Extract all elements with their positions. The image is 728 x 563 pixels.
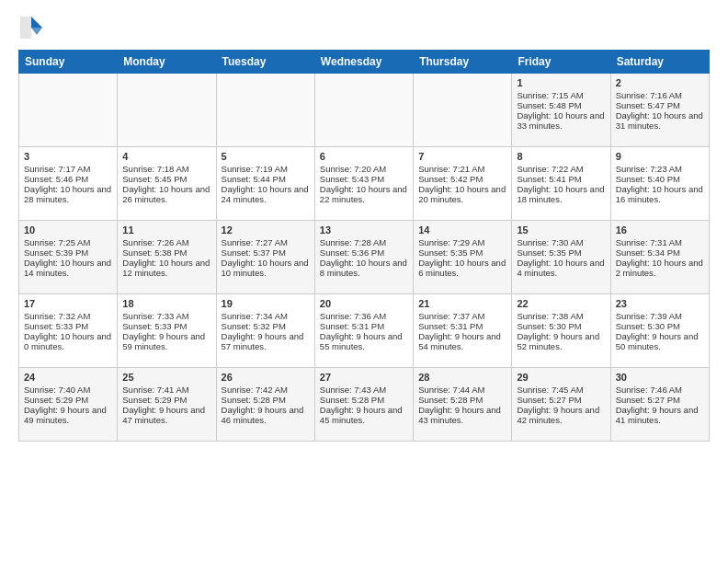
day-info: Sunrise: 7:27 AM xyxy=(222,237,310,247)
calendar-cell: 28Sunrise: 7:44 AMSunset: 5:28 PMDayligh… xyxy=(414,368,512,442)
weekday-header: Monday xyxy=(118,51,216,74)
day-number: 17 xyxy=(24,298,112,309)
day-number: 10 xyxy=(24,224,112,236)
day-info: Sunset: 5:33 PM xyxy=(24,321,112,331)
calendar-cell: 12Sunrise: 7:27 AMSunset: 5:37 PMDayligh… xyxy=(216,221,314,294)
day-info: Sunrise: 7:33 AM xyxy=(122,311,210,321)
day-number: 2 xyxy=(616,77,704,88)
day-info: Daylight: 9 hours and 45 minutes. xyxy=(320,405,408,425)
day-info: Sunset: 5:27 PM xyxy=(517,395,605,405)
day-info: Daylight: 10 hours and 28 minutes. xyxy=(24,184,112,204)
day-info: Daylight: 9 hours and 54 minutes. xyxy=(418,331,506,351)
day-info: Sunrise: 7:44 AM xyxy=(418,385,506,395)
day-number: 16 xyxy=(616,224,704,236)
day-info: Sunrise: 7:31 AM xyxy=(616,237,704,247)
day-info: Sunset: 5:46 PM xyxy=(24,174,112,184)
calendar-cell: 10Sunrise: 7:25 AMSunset: 5:39 PMDayligh… xyxy=(19,221,118,294)
weekday-header: Saturday xyxy=(610,51,709,74)
day-number: 18 xyxy=(122,298,210,309)
day-number: 30 xyxy=(616,372,704,383)
calendar-cell: 17Sunrise: 7:32 AMSunset: 5:33 PMDayligh… xyxy=(19,294,118,368)
day-info: Daylight: 10 hours and 18 minutes. xyxy=(517,184,605,204)
day-info: Sunset: 5:35 PM xyxy=(418,247,506,258)
calendar-cell: 6Sunrise: 7:20 AMSunset: 5:43 PMDaylight… xyxy=(314,147,413,221)
day-info: Sunset: 5:48 PM xyxy=(517,100,605,110)
calendar-cell: 13Sunrise: 7:28 AMSunset: 5:36 PMDayligh… xyxy=(314,221,413,294)
day-info: Sunset: 5:28 PM xyxy=(320,395,408,405)
day-info: Daylight: 10 hours and 33 minutes. xyxy=(517,110,605,131)
day-number: 12 xyxy=(222,224,310,236)
svg-rect-2 xyxy=(20,17,31,39)
logo xyxy=(18,15,48,40)
day-info: Sunset: 5:38 PM xyxy=(122,247,210,258)
day-info: Sunset: 5:35 PM xyxy=(517,247,605,258)
day-info: Sunrise: 7:28 AM xyxy=(320,237,408,247)
day-info: Sunset: 5:44 PM xyxy=(222,174,310,184)
header xyxy=(18,15,710,40)
day-info: Sunrise: 7:46 AM xyxy=(616,385,704,395)
calendar-row: 17Sunrise: 7:32 AMSunset: 5:33 PMDayligh… xyxy=(19,294,710,368)
day-number: 9 xyxy=(616,151,704,162)
weekday-header: Friday xyxy=(512,51,610,74)
calendar-cell xyxy=(314,74,413,147)
day-info: Sunset: 5:27 PM xyxy=(616,395,704,405)
day-info: Daylight: 10 hours and 8 minutes. xyxy=(320,258,408,278)
logo-icon xyxy=(18,15,44,40)
day-info: Daylight: 9 hours and 55 minutes. xyxy=(320,331,408,351)
day-info: Sunset: 5:34 PM xyxy=(616,247,704,258)
day-info: Sunset: 5:43 PM xyxy=(320,174,408,184)
calendar-cell: 24Sunrise: 7:40 AMSunset: 5:29 PMDayligh… xyxy=(19,368,118,442)
calendar-row: 3Sunrise: 7:17 AMSunset: 5:46 PMDaylight… xyxy=(19,147,710,221)
day-info: Sunrise: 7:34 AM xyxy=(222,311,310,321)
calendar-row: 1Sunrise: 7:15 AMSunset: 5:48 PMDaylight… xyxy=(19,74,710,147)
day-info: Daylight: 10 hours and 2 minutes. xyxy=(616,258,704,278)
day-info: Sunset: 5:30 PM xyxy=(517,321,605,331)
day-number: 22 xyxy=(517,298,605,309)
weekday-header: Wednesday xyxy=(314,51,413,74)
day-info: Sunset: 5:28 PM xyxy=(222,395,310,405)
day-info: Sunrise: 7:17 AM xyxy=(24,164,112,174)
day-info: Daylight: 10 hours and 31 minutes. xyxy=(616,110,704,131)
calendar: SundayMondayTuesdayWednesdayThursdayFrid… xyxy=(18,50,710,442)
day-info: Daylight: 9 hours and 59 minutes. xyxy=(122,331,210,351)
day-number: 28 xyxy=(418,372,506,383)
day-info: Sunrise: 7:19 AM xyxy=(222,164,310,174)
day-info: Sunrise: 7:25 AM xyxy=(24,237,112,247)
day-info: Sunrise: 7:43 AM xyxy=(320,385,408,395)
calendar-row: 24Sunrise: 7:40 AMSunset: 5:29 PMDayligh… xyxy=(19,368,710,442)
day-info: Sunset: 5:36 PM xyxy=(320,247,408,258)
day-info: Sunset: 5:29 PM xyxy=(122,395,210,405)
day-number: 19 xyxy=(222,298,310,309)
calendar-cell: 18Sunrise: 7:33 AMSunset: 5:33 PMDayligh… xyxy=(118,294,216,368)
day-info: Sunset: 5:45 PM xyxy=(122,174,210,184)
day-number: 25 xyxy=(122,372,210,383)
page: SundayMondayTuesdayWednesdayThursdayFrid… xyxy=(0,0,728,563)
day-info: Daylight: 10 hours and 26 minutes. xyxy=(122,184,210,204)
day-number: 3 xyxy=(24,151,112,162)
calendar-cell: 22Sunrise: 7:38 AMSunset: 5:30 PMDayligh… xyxy=(512,294,610,368)
calendar-cell: 7Sunrise: 7:21 AMSunset: 5:42 PMDaylight… xyxy=(414,147,512,221)
calendar-cell: 26Sunrise: 7:42 AMSunset: 5:28 PMDayligh… xyxy=(216,368,314,442)
day-info: Daylight: 10 hours and 0 minutes. xyxy=(24,331,112,351)
weekday-header: Tuesday xyxy=(216,51,314,74)
day-info: Sunrise: 7:23 AM xyxy=(616,164,704,174)
day-info: Daylight: 10 hours and 14 minutes. xyxy=(24,258,112,278)
svg-marker-1 xyxy=(31,28,42,35)
day-info: Daylight: 9 hours and 41 minutes. xyxy=(616,405,704,425)
day-info: Daylight: 10 hours and 4 minutes. xyxy=(517,258,605,278)
calendar-cell: 9Sunrise: 7:23 AMSunset: 5:40 PMDaylight… xyxy=(610,147,709,221)
day-info: Sunrise: 7:15 AM xyxy=(517,90,605,100)
day-info: Sunrise: 7:29 AM xyxy=(418,237,506,247)
day-info: Sunset: 5:42 PM xyxy=(418,174,506,184)
day-info: Daylight: 9 hours and 52 minutes. xyxy=(517,331,605,351)
calendar-cell: 21Sunrise: 7:37 AMSunset: 5:31 PMDayligh… xyxy=(414,294,512,368)
calendar-cell: 30Sunrise: 7:46 AMSunset: 5:27 PMDayligh… xyxy=(610,368,709,442)
calendar-cell xyxy=(118,74,216,147)
weekday-header: Sunday xyxy=(19,51,118,74)
calendar-cell: 27Sunrise: 7:43 AMSunset: 5:28 PMDayligh… xyxy=(314,368,413,442)
day-info: Daylight: 10 hours and 12 minutes. xyxy=(122,258,210,278)
day-info: Daylight: 9 hours and 42 minutes. xyxy=(517,405,605,425)
day-number: 4 xyxy=(122,151,210,162)
day-info: Sunrise: 7:45 AM xyxy=(517,385,605,395)
day-info: Sunrise: 7:22 AM xyxy=(517,164,605,174)
